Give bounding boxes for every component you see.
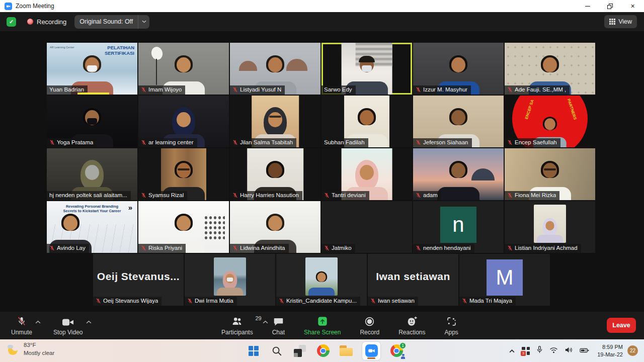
participant-tile[interactable]: Iwan setiawanIwan setiawan [368, 254, 458, 306]
participant-tile[interactable]: Jeferson Siahaan [413, 96, 504, 147]
minimize-button[interactable] [576, 0, 599, 12]
tray-app-icon[interactable]: 3 [522, 347, 530, 355]
unmute-button[interactable]: Unmute [11, 316, 32, 336]
zoom-taskbar-button[interactable] [362, 342, 380, 360]
participant-tile[interactable]: Riska Priyani [138, 201, 229, 253]
participant-tile[interactable]: PELATIHAN SERTIFIKASIAR Learning CenterY… [47, 43, 137, 95]
microphone-tray-icon[interactable] [536, 345, 543, 356]
chevron-down-icon[interactable] [138, 20, 149, 23]
participant-name-label: ar learning center [138, 138, 197, 148]
overlay-logo-text: AR Learning Center [50, 46, 79, 49]
participant-tile[interactable]: Jilan Salma Tsabitah [230, 96, 320, 147]
participant-name-label: Izzur M. Masyhur [413, 85, 471, 95]
participant-tile[interactable]: ★ ★ ★ENCEP SAPARTNERSEncep Saefullah [505, 96, 595, 147]
participant-name-label: Dwi Irma Mutia [185, 297, 237, 306]
leave-button[interactable]: Leave [607, 318, 636, 333]
participant-name: Avindo Lay [57, 245, 86, 251]
participant-tile[interactable]: Ade Fauji. SE.,MM , [505, 43, 595, 95]
participant-tile[interactable]: nnenden hendayani [413, 201, 504, 253]
participant-name-label: Iwan setiawan [368, 297, 418, 306]
muted-mic-icon [324, 193, 330, 198]
chevron-up-icon[interactable] [35, 318, 41, 325]
muted-mic-icon [416, 140, 421, 145]
apps-label: Apps [445, 329, 458, 336]
chevron-up-icon[interactable] [263, 318, 268, 325]
participant-tile[interactable]: hj nenden poltek sali alaitam... [47, 148, 137, 200]
muted-mic-icon [141, 193, 146, 198]
hidden-icons-chevron[interactable] [509, 346, 515, 355]
reactions-button[interactable]: Reactions [398, 316, 425, 336]
participant-name: adam [423, 193, 438, 199]
participant-tile[interactable]: Subhan Fadilah [321, 96, 412, 147]
participant-tile[interactable]: Harry Harries Nasution [230, 148, 320, 200]
participant-tile[interactable]: adam [413, 148, 504, 200]
participant-tile[interactable]: Tantri deviani [321, 148, 412, 200]
participants-icon [231, 316, 243, 327]
file-explorer-button[interactable] [339, 344, 353, 358]
participant-tile[interactable]: »Revealing Personal Branding Secrets to … [47, 201, 137, 253]
participant-tile[interactable]: Sarwo Edy [321, 43, 412, 95]
search-button[interactable] [270, 344, 284, 358]
muted-mic-icon [507, 193, 513, 198]
participant-tile[interactable]: MMada Tri Majaya [459, 254, 550, 306]
participant-name: Tantri deviani [332, 193, 366, 199]
wifi-icon[interactable] [549, 346, 558, 355]
photo-avatar [534, 205, 566, 243]
chevron-up-icon[interactable] [86, 318, 92, 325]
participant-tile[interactable]: Kristin_Candidate Kampu... [276, 254, 367, 306]
participant-tile[interactable]: Dwi Irma Mutia [185, 254, 275, 306]
chrome-profile-button[interactable]: 1 [389, 344, 404, 358]
participant-tile[interactable]: Syamsu Rizal [138, 148, 229, 200]
participant-tile[interactable]: Imam Wijoyo [138, 43, 229, 95]
participant-tile[interactable]: Lidwina Anindhita [230, 201, 320, 253]
participant-name-label: Listyadi Yusuf N [230, 85, 285, 95]
participants-button[interactable]: 29 Participants [221, 316, 253, 336]
apps-icon [446, 316, 457, 327]
tray-notification-badge: 3 [521, 351, 526, 356]
share-screen-icon [317, 316, 328, 327]
close-button[interactable]: × [621, 0, 644, 12]
participant-tile[interactable]: Oeij Stevanus...Oeij Stevanus Wijaya [93, 254, 184, 306]
weather-condition: Mostly clear [24, 349, 54, 357]
muted-mic-icon [507, 87, 513, 93]
original-sound-button[interactable]: Original Sound: Off [74, 15, 149, 29]
muted-mic-icon [507, 140, 513, 145]
participant-tile[interactable]: Fiona Mei Rizka [505, 148, 595, 200]
muted-mic-icon [279, 298, 284, 304]
record-button[interactable]: Record [360, 316, 379, 336]
participant-name-label: Lidwina Anindhita [230, 244, 289, 253]
participant-name: Subhan Fadilah [324, 140, 365, 146]
share-screen-button[interactable]: Share Screen [304, 316, 341, 336]
recording-indicator: Recording [27, 18, 66, 26]
clock-date: 19-Mar-22 [597, 351, 623, 358]
participants-count: 29 [255, 315, 261, 321]
apps-button[interactable]: Apps [445, 316, 458, 336]
restore-button[interactable] [599, 0, 621, 12]
participant-tile[interactable]: Jatmiko [321, 201, 412, 253]
participant-name: Riska Priyani [148, 245, 182, 251]
participant-tile[interactable]: Listyadi Yusuf N [230, 43, 320, 95]
chrome-button[interactable] [316, 344, 330, 358]
volume-icon[interactable] [565, 346, 573, 355]
notification-count-badge[interactable]: 22 [627, 345, 638, 356]
screenshot-app-button[interactable] [293, 344, 307, 358]
person-video-figure [306, 272, 337, 296]
zoom-app-icon [5, 3, 12, 10]
clock-time: 8:59 PM [597, 343, 623, 351]
participant-tile[interactable]: Yoga Pratama [47, 96, 137, 147]
muted-mic-icon [416, 193, 421, 198]
participant-name-label: Listian Indriyani Achmad [505, 244, 581, 253]
weather-widget[interactable]: 83°F Mostly clear [7, 341, 54, 357]
battery-icon[interactable] [580, 346, 590, 355]
stop-video-button[interactable]: Stop Video [53, 316, 83, 336]
profile-mini-icon [400, 354, 406, 359]
participant-tile[interactable]: Listian Indriyani Achmad [505, 201, 595, 253]
view-button[interactable]: View [604, 15, 637, 28]
chat-button[interactable]: Chat [272, 316, 285, 336]
taskbar-clock[interactable]: 8:59 PM 19-Mar-22 [597, 343, 623, 358]
muted-mic-icon [96, 298, 101, 304]
participant-tile[interactable]: ar learning center [138, 96, 229, 147]
security-shield-icon[interactable]: ✓ [7, 17, 16, 27]
start-button[interactable] [247, 344, 261, 358]
participant-tile[interactable]: Izzur M. Masyhur [413, 43, 504, 95]
